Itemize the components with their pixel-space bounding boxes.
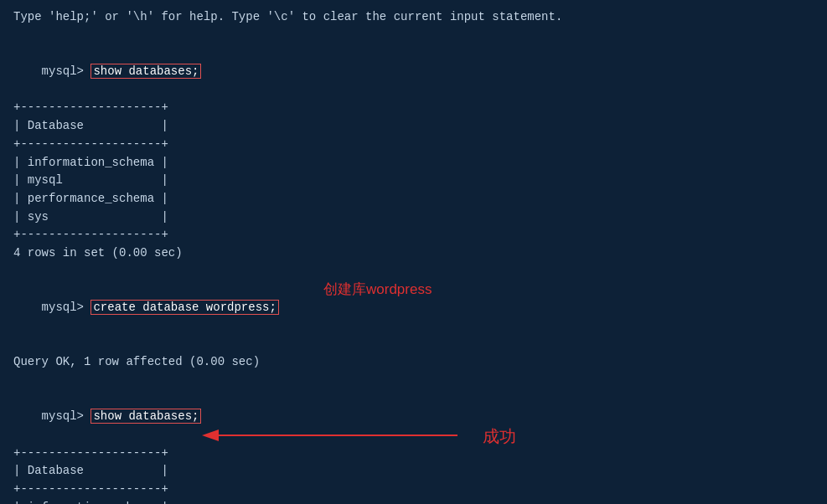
prompt3: mysql> [42,409,91,423]
block3-sep1: +--------------------+ [13,445,814,463]
blank2 [13,263,814,281]
prompt1: mysql> [42,64,91,78]
block1-row1: | information_schema | [13,154,814,172]
block1-result: 4 rows in set (0.00 sec) [13,244,814,263]
block1-header: | Database | [13,117,814,136]
block3-command-line: mysql> show databases; [13,389,814,444]
block1-sep2: +--------------------+ [13,136,814,154]
blank3 [13,372,814,390]
block1-command-line: mysql> show databases; [13,44,814,99]
block1-row2: | mysql | [13,172,814,190]
create-annotation: 创建库wordpress [323,279,432,301]
terminal-screen: Type 'help;' or '\h' for help. Type '\c'… [13,8,814,504]
block2-command: create database wordpress; [90,300,278,315]
block3-command: show databases; [90,409,201,424]
block3-header: | Database | [13,462,814,481]
block3-sep2: +--------------------+ [13,481,814,499]
block1-row4: | sys | [13,208,814,227]
blank1 [13,27,814,45]
block1-sep1: +--------------------+ [13,99,814,117]
block1-sep3: +--------------------+ [13,226,814,244]
prompt2: mysql> [42,301,91,314]
block2-command-line: mysql> create database wordpress; 创建库wor… [13,280,814,353]
intro-line: Type 'help;' or '\h' for help. Type '\c'… [13,8,814,27]
block2-result: Query OK, 1 row affected (0.00 sec) [13,353,814,372]
block1-command: show databases; [90,64,201,79]
block3-row1: | information_schema | [13,499,814,504]
block1-row3: | performance_schema | [13,190,814,208]
